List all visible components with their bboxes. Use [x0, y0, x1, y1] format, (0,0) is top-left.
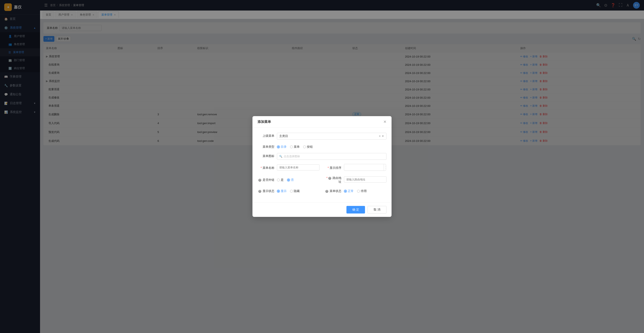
modal-footer: 确 定 取 消 — [252, 202, 392, 217]
radio-external-yes[interactable]: 是 — [277, 178, 284, 182]
form-row-display-status: ? 显示状态 显示 隐藏 — [258, 188, 320, 193]
display-status-label: ? 显示状态 — [258, 188, 274, 193]
route-input[interactable] — [344, 176, 386, 182]
menu-status-label: ? 菜单状态 — [324, 188, 342, 193]
menu-status-control: 正常 停用 — [344, 188, 386, 193]
radio-menu-label: 菜单 — [294, 145, 300, 149]
add-menu-modal: 添加菜单 ✕ 上级菜单 主类目 ✕ ▼ 菜单类型 — [252, 116, 392, 217]
menu-icon-input[interactable]: 🔍 点击选择图标 — [277, 153, 386, 160]
radio-hide[interactable]: 隐藏 — [290, 189, 300, 193]
menu-name-control — [277, 164, 320, 170]
display-order-control: ▲ ▼ — [344, 164, 386, 171]
menu-icon-label: 菜单图标 — [258, 153, 274, 158]
radio-disabled[interactable]: 停用 — [357, 189, 367, 193]
clear-icon[interactable]: ✕ — [379, 135, 381, 138]
external-label: ? 是否外链 — [258, 177, 274, 182]
radio-menu[interactable]: 菜单 — [290, 145, 300, 149]
parent-menu-select[interactable]: 主类目 ✕ ▼ — [277, 133, 386, 140]
route-control — [344, 176, 386, 182]
form-row-display-order: 显示排序 ▲ ▼ — [324, 164, 386, 171]
radio-normal-circle — [344, 190, 347, 193]
external-control: 是 否 — [277, 177, 320, 182]
radio-directory-circle — [277, 146, 280, 148]
menu-name-input[interactable] — [277, 164, 320, 170]
form-row-external: ? 是否外链 是 否 — [258, 175, 320, 184]
parent-menu-control: 主类目 ✕ ▼ — [277, 133, 386, 140]
radio-external-no-circle — [287, 178, 290, 182]
dropdown-icon[interactable]: ▼ — [382, 135, 384, 138]
radio-show[interactable]: 显示 — [277, 189, 286, 193]
radio-normal-label: 正常 — [348, 189, 354, 193]
form-row-menu-name: 菜单名称 — [258, 164, 320, 171]
display-status-radio: 显示 隐藏 — [277, 188, 320, 193]
radio-directory[interactable]: 目录 — [277, 145, 286, 149]
help-route-icon[interactable]: ? — [328, 177, 331, 180]
parent-menu-value: 主类目 — [279, 134, 379, 138]
spin-down-btn[interactable]: ▼ — [384, 167, 386, 170]
form-row-status: ? 显示状态 显示 隐藏 — [258, 188, 386, 197]
spin-up-btn[interactable]: ▲ — [384, 164, 386, 167]
form-row-route: ? 路由地址 — [324, 175, 386, 184]
form-row-menu-icon: 菜单图标 🔍 点击选择图标 — [258, 153, 386, 160]
modal-body: 上级菜单 主类目 ✕ ▼ 菜单类型 — [252, 128, 392, 202]
form-row-menu-status: ? 菜单状态 正常 停用 — [324, 188, 386, 193]
form-row-external-route: ? 是否外链 是 否 — [258, 175, 386, 188]
display-status-control: 显示 隐藏 — [277, 188, 320, 193]
menu-type-radio-group: 目录 菜单 按钮 — [277, 144, 386, 149]
route-label: ? 路由地址 — [324, 175, 342, 184]
radio-hide-circle — [290, 190, 293, 193]
radio-external-no-label: 否 — [291, 178, 294, 182]
help-display-icon[interactable]: ? — [258, 190, 261, 193]
form-row-menu-type: 菜单类型 目录 菜单 按钮 — [258, 144, 386, 149]
external-radio-group: 是 否 — [277, 177, 320, 182]
route-label-text: 路由地址 — [332, 176, 342, 183]
form-row-name-order: 菜单名称 显示排序 ▲ ▼ — [258, 164, 386, 175]
display-order-label: 显示排序 — [324, 165, 342, 170]
display-order-input-wrap: ▲ ▼ — [344, 164, 386, 171]
radio-hide-label: 隐藏 — [294, 189, 300, 193]
radio-external-yes-circle — [277, 178, 280, 182]
radio-disabled-circle — [357, 190, 360, 193]
menu-status-radio: 正常 停用 — [344, 188, 386, 193]
radio-button-label: 按钮 — [307, 145, 313, 149]
menu-type-label: 菜单类型 — [258, 144, 274, 149]
spin-buttons: ▲ ▼ — [384, 164, 386, 170]
menu-icon-control: 🔍 点击选择图标 — [277, 153, 386, 160]
radio-directory-label: 目录 — [281, 145, 286, 149]
search-icon-small: 🔍 — [279, 155, 282, 158]
modal-title: 添加菜单 — [258, 120, 271, 124]
radio-show-circle — [277, 190, 280, 193]
help-external-icon[interactable]: ? — [258, 179, 261, 182]
parent-menu-label: 上级菜单 — [258, 133, 274, 138]
select-icons: ✕ ▼ — [379, 135, 384, 138]
radio-menu-circle — [290, 146, 293, 148]
display-status-label-text: 显示状态 — [262, 189, 274, 193]
form-row-parent-menu: 上级菜单 主类目 ✕ ▼ — [258, 133, 386, 140]
modal-overlay: 添加菜单 ✕ 上级菜单 主类目 ✕ ▼ 菜单类型 — [0, 0, 644, 333]
menu-name-label: 菜单名称 — [258, 165, 274, 170]
radio-show-label: 显示 — [281, 189, 286, 193]
help-menu-status-icon[interactable]: ? — [325, 190, 328, 193]
menu-type-control: 目录 菜单 按钮 — [277, 144, 386, 149]
radio-normal[interactable]: 正常 — [344, 189, 354, 193]
confirm-button[interactable]: 确 定 — [346, 206, 365, 214]
radio-disabled-label: 停用 — [361, 189, 367, 193]
display-order-input[interactable] — [344, 164, 384, 170]
modal-header: 添加菜单 ✕ — [252, 116, 392, 128]
external-label-text: 是否外链 — [262, 178, 274, 182]
icon-placeholder: 点击选择图标 — [284, 154, 300, 158]
radio-button-circle — [303, 146, 306, 148]
radio-external-no[interactable]: 否 — [287, 178, 294, 182]
cancel-button[interactable]: 取 消 — [368, 206, 386, 214]
radio-external-yes-label: 是 — [281, 178, 284, 182]
menu-status-label-text: 菜单状态 — [330, 189, 342, 193]
radio-button[interactable]: 按钮 — [303, 145, 313, 149]
modal-close-btn[interactable]: ✕ — [383, 120, 386, 124]
